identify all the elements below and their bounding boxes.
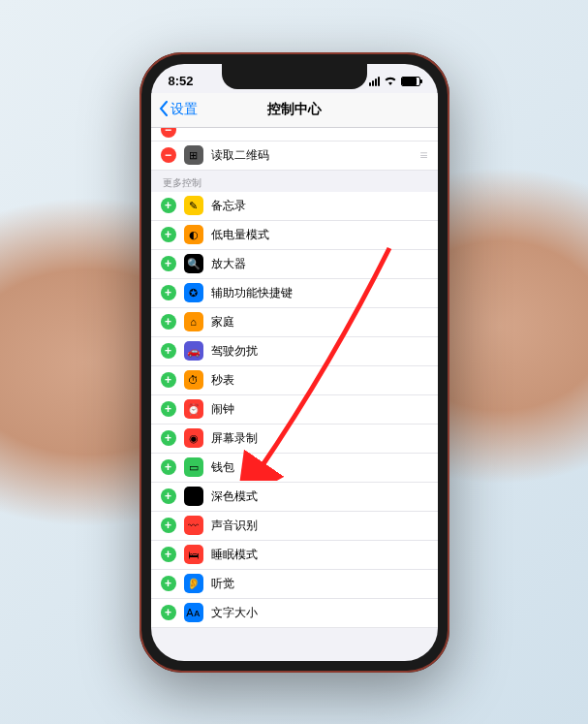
back-label: 设置 [170,101,198,118]
list-item-label: 声音识别 [211,518,428,534]
list-item[interactable]: +🚗驾驶勿扰 [151,337,438,366]
list-item-label: 驾驶勿扰 [211,343,428,360]
add-icon[interactable]: + [161,459,176,475]
add-icon[interactable]: + [161,256,176,271]
battery-icon [401,77,420,86]
list-item-label: 秒表 [211,372,428,389]
app-icon: 🔍 [184,254,203,273]
remove-icon[interactable]: − [161,128,176,139]
list-item-label: 钱包 [211,459,428,476]
add-icon[interactable]: + [161,227,176,242]
list-item-label: 放大器 [211,256,428,272]
add-icon[interactable]: + [161,314,176,330]
signal-icon [369,77,380,86]
list-item[interactable]: +✎备忘录 [151,192,438,221]
add-icon[interactable]: + [161,605,176,620]
app-icon: 〰 [184,516,203,535]
remove-icon[interactable]: − [161,147,176,163]
app-icon: ◐ [184,225,203,244]
list-item[interactable]: +👂听觉 [151,570,438,599]
list-item[interactable]: +⏱秒表 [151,366,438,395]
app-icon: ⏱ [184,370,203,390]
list-item-label: 文字大小 [211,605,428,621]
add-icon[interactable]: + [161,488,176,504]
status-indicators [369,74,420,88]
add-icon[interactable]: + [161,285,176,300]
chevron-left-icon [159,101,169,119]
app-icon: 🚗 [184,341,203,361]
qr-icon: ⊞ [184,145,203,165]
list-item-label: 深色模式 [211,488,428,505]
list-item[interactable]: +⌂家庭 [151,308,438,337]
list-item[interactable]: +◐低电量模式 [151,221,438,250]
list-item[interactable]: +Aᴀ文字大小 [151,599,438,628]
app-icon: ✪ [184,283,203,302]
app-icon: ▭ [184,457,203,477]
app-icon: ◑ [184,487,203,506]
list-item-label: 家庭 [211,314,428,331]
list-item[interactable]: +〰声音识别 [151,512,438,541]
list-item[interactable]: +✪辅助功能快捷键 [151,279,438,308]
list-item-label: 闹钟 [211,401,428,418]
add-icon[interactable]: + [161,343,176,359]
add-icon[interactable]: + [161,576,176,591]
list-item-label: 备忘录 [211,198,428,214]
app-icon: ◉ [184,428,203,448]
list-item-label: 辅助功能快捷键 [211,285,428,301]
status-bar: 8:52 [151,64,438,93]
back-button[interactable]: 设置 [159,101,198,119]
add-icon[interactable]: + [161,401,176,417]
list-item[interactable]: +⏰闹钟 [151,395,438,425]
drag-handle-icon[interactable]: ≡ [419,147,427,163]
list-item-label: 听觉 [211,576,428,592]
app-icon: ⌂ [184,312,203,331]
app-icon: Aᴀ [184,603,203,622]
app-icon: ⏰ [184,399,203,419]
add-icon[interactable]: + [161,547,176,562]
status-time: 8:52 [169,74,194,88]
list-item[interactable]: +◉屏幕录制 [151,425,438,454]
add-icon[interactable]: + [161,430,176,446]
phone-screen: 8:52 设置 控制中心 − [151,64,438,661]
add-icon[interactable]: + [161,518,176,533]
settings-list[interactable]: − − ⊞ 读取二维码 ≡ 更多控制 +✎备忘录+◐低电量模式+🔍放大器+✪辅助… [151,128,438,661]
list-item-qr[interactable]: − ⊞ 读取二维码 ≡ [151,142,438,171]
add-icon[interactable]: + [161,372,176,388]
nav-header: 设置 控制中心 [151,93,438,128]
list-item[interactable]: +▭钱包 [151,454,438,483]
app-icon: 👂 [184,574,203,593]
page-title: 控制中心 [267,101,322,118]
add-icon[interactable]: + [161,198,176,213]
list-item[interactable]: +🛏睡眠模式 [151,541,438,570]
app-icon: ✎ [184,196,203,215]
list-item-label: 低电量模式 [211,227,428,243]
section-header-more: 更多控制 [151,171,438,192]
wifi-icon [384,74,397,88]
list-item[interactable]: +🔍放大器 [151,250,438,279]
list-item-partial[interactable]: − [151,128,438,142]
list-item-label: 读取二维码 [211,147,413,164]
list-item[interactable]: +◑深色模式 [151,483,438,512]
list-item-label: 睡眠模式 [211,547,428,563]
app-icon: 🛏 [184,545,203,564]
phone-frame: 8:52 设置 控制中心 − [139,52,449,673]
list-item-label: 屏幕录制 [211,430,428,447]
